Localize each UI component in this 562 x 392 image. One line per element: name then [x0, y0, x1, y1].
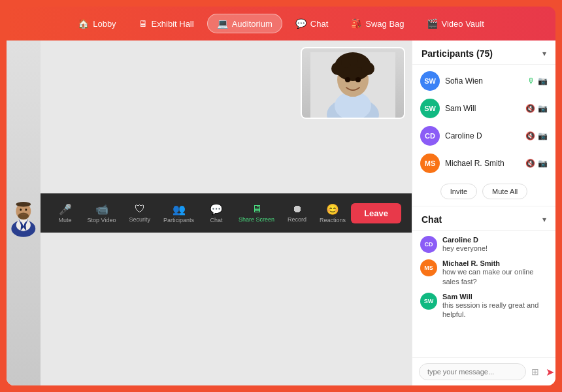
chat-section-header: Chat ▾ — [412, 206, 555, 231]
message-text: how we can make our online sales fast? — [442, 267, 548, 286]
participants-title: Participants (75) — [422, 48, 493, 59]
video-vault-icon: 🎬 — [427, 18, 438, 29]
participants-icon: 👥 — [173, 203, 186, 216]
record-button[interactable]: ⏺ Record — [282, 201, 312, 225]
message-text: hey everyone! — [442, 244, 488, 253]
participants-section-header: Participants (75) ▾ — [412, 41, 555, 65]
chat-toolbar-icon: 💬 — [210, 203, 223, 216]
cam-off-icon: 📷 — [538, 159, 548, 168]
svg-point-1 — [16, 219, 31, 231]
svg-point-6 — [20, 208, 22, 210]
message-body: Sam Will this session is really great an… — [442, 293, 548, 319]
reactions-button[interactable]: 😊 Reactions — [314, 201, 351, 226]
nav-auditorium[interactable]: 💻 Auditorium — [207, 14, 282, 33]
mute-button[interactable]: 🎤 Mute — [51, 201, 80, 226]
home-icon: 🏠 — [78, 18, 89, 29]
message-sender: Michael R. Smith — [442, 259, 548, 267]
chat-message-input[interactable] — [419, 363, 526, 380]
participant-icons: 🔇 📷 — [525, 159, 548, 168]
thumbnail-video — [301, 47, 405, 119]
message-body: Caroline D hey everyone! — [442, 236, 488, 253]
top-navigation: 🏠 Lobby 🖥 Exhibit Hall 💻 Auditorium 💬 Ch… — [7, 7, 555, 41]
participant-actions: Invite Mute All — [412, 180, 555, 206]
participant-name: Michael R. Smith — [445, 159, 520, 168]
avatar: MS — [420, 154, 440, 173]
nav-lobby-label: Lobby — [93, 19, 116, 29]
chat-messages: CD Caroline D hey everyone! MS Michael R… — [412, 231, 555, 357]
stop-video-label: Stop Video — [88, 217, 116, 223]
list-item: SW Sam Will this session is really great… — [420, 293, 548, 319]
thumbnail-avatar-svg — [310, 52, 395, 118]
thumbnail-figure — [302, 48, 404, 118]
video-area: 🎤 Mute 📹 Stop Video 🛡 Security 👥 Partici… — [7, 41, 412, 385]
nav-swag-label: Swag Bag — [365, 19, 404, 29]
mic-off-icon: 🔇 — [525, 104, 535, 113]
attach-icon[interactable]: ⊞ — [530, 365, 540, 378]
avatar: SW — [420, 293, 437, 310]
mute-icon: 🎤 — [59, 203, 72, 216]
mic-off-icon: 🔇 — [525, 131, 535, 140]
chat-section: Chat ▾ CD Caroline D hey everyone! MS — [412, 206, 555, 385]
list-item: MS Michael R. Smith how we can make our … — [420, 259, 548, 286]
leave-button[interactable]: Leave — [351, 203, 401, 223]
message-sender: Caroline D — [442, 236, 488, 244]
avatar: SW — [420, 99, 440, 118]
security-button[interactable]: 🛡 Security — [124, 201, 156, 225]
share-screen-label: Share Screen — [239, 216, 274, 223]
share-screen-button[interactable]: 🖥 Share Screen — [233, 201, 280, 225]
table-row: SW Sam Will 🔇 📷 — [412, 95, 555, 122]
nav-video-vault-label: Video Vault — [442, 19, 484, 29]
cam-on-icon: 📷 — [538, 76, 548, 86]
svg-point-18 — [348, 55, 358, 65]
participant-name: Caroline D — [445, 131, 520, 140]
exhibit-icon: 🖥 — [139, 18, 148, 29]
nav-exhibit-hall[interactable]: 🖥 Exhibit Hall — [129, 14, 203, 33]
participants-chevron-icon[interactable]: ▾ — [542, 49, 546, 58]
mute-all-button[interactable]: Mute All — [482, 184, 527, 199]
avatar: CD — [420, 236, 437, 253]
chat-input-area: ⊞ ➤ — [412, 357, 555, 385]
chat-title: Chat — [422, 214, 442, 225]
toolbar-controls: 🎤 Mute 📹 Stop Video 🛡 Security 👥 Partici… — [51, 201, 352, 226]
stop-video-button[interactable]: 📹 Stop Video — [82, 201, 122, 226]
nav-swag-bag[interactable]: 🎒 Swag Bag — [341, 14, 413, 33]
avatar: SW — [420, 71, 440, 91]
cam-off-icon: 📷 — [538, 131, 548, 140]
swag-icon: 🎒 — [350, 18, 361, 29]
chat-nav-icon: 💬 — [295, 18, 306, 29]
participant-icons: 🔇 📷 — [525, 131, 548, 140]
nav-video-vault[interactable]: 🎬 Video Vault — [418, 14, 493, 33]
avatar: MS — [420, 259, 437, 276]
speaker-avatar-svg — [7, 89, 41, 337]
main-speaker-video — [7, 41, 41, 385]
nav-lobby[interactable]: 🏠 Lobby — [69, 14, 125, 33]
chat-toolbar-button[interactable]: 💬 Chat — [202, 201, 231, 226]
auditorium-icon: 💻 — [217, 18, 228, 29]
svg-point-19 — [345, 77, 350, 82]
participant-list: SW Sofia Wien 🎙 📷 SW Sam Will 🔇 📷 — [412, 65, 555, 180]
participants-button[interactable]: 👥 Participants — [158, 201, 199, 226]
send-icon[interactable]: ➤ — [544, 365, 555, 380]
table-row: MS Michael R. Smith 🔇 📷 — [412, 150, 555, 177]
nav-chat[interactable]: 💬 Chat — [286, 14, 337, 33]
invite-button[interactable]: Invite — [440, 184, 477, 199]
mic-off-icon: 🔇 — [525, 159, 535, 168]
main-content: 🎤 Mute 📹 Stop Video 🛡 Security 👥 Partici… — [7, 41, 555, 385]
share-screen-icon: 🖥 — [252, 203, 262, 215]
mute-label: Mute — [59, 217, 72, 223]
bottom-toolbar: 🎤 Mute 📹 Stop Video 🛡 Security 👥 Partici… — [41, 193, 412, 233]
message-sender: Sam Will — [442, 293, 548, 301]
camera-icon: 📹 — [95, 203, 108, 216]
chat-chevron-icon[interactable]: ▾ — [542, 215, 546, 224]
svg-point-5 — [16, 202, 31, 206]
participant-name: Sam Will — [445, 104, 520, 113]
participants-count: 75 — [480, 48, 490, 59]
participant-name: Sofia Wien — [445, 76, 522, 86]
nav-chat-label: Chat — [310, 19, 328, 29]
reactions-icon: 😊 — [326, 203, 339, 216]
svg-point-7 — [25, 208, 27, 210]
message-text: this session is really great and helpful… — [442, 301, 548, 319]
nav-auditorium-label: Auditorium — [232, 19, 273, 29]
nav-exhibit-label: Exhibit Hall — [152, 19, 194, 29]
mic-on-icon: 🎙 — [527, 76, 535, 86]
